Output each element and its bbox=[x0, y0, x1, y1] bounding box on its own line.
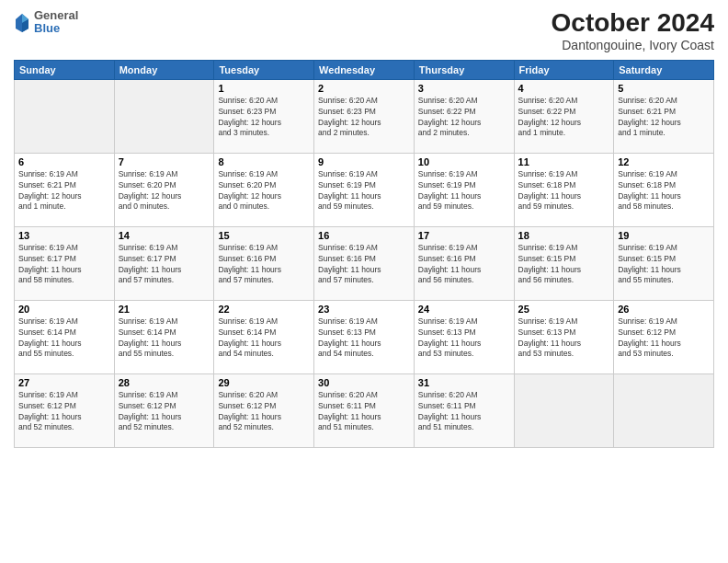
calendar-cell: 24Sunrise: 6:19 AMSunset: 6:13 PMDayligh… bbox=[414, 300, 514, 373]
calendar-cell: 16Sunrise: 6:19 AMSunset: 6:16 PMDayligh… bbox=[314, 226, 415, 300]
day-info: Sunrise: 6:19 AMSunset: 6:14 PMDaylight:… bbox=[18, 316, 110, 361]
header: General Blue October 2024 Dantongouine, … bbox=[14, 9, 714, 52]
logo-text: General Blue bbox=[34, 9, 78, 36]
day-number: 19 bbox=[618, 230, 710, 241]
calendar-cell: 9Sunrise: 6:19 AMSunset: 6:19 PMDaylight… bbox=[314, 153, 415, 226]
day-info: Sunrise: 6:20 AMSunset: 6:12 PMDaylight:… bbox=[218, 390, 310, 434]
calendar-cell: 21Sunrise: 6:19 AMSunset: 6:14 PMDayligh… bbox=[114, 300, 214, 373]
day-header-saturday: Saturday bbox=[614, 60, 714, 79]
day-number: 14 bbox=[119, 230, 210, 241]
day-header-tuesday: Tuesday bbox=[214, 60, 314, 79]
calendar-cell: 26Sunrise: 6:19 AMSunset: 6:12 PMDayligh… bbox=[614, 300, 714, 373]
day-number: 17 bbox=[418, 230, 510, 241]
calendar-cell bbox=[514, 373, 614, 447]
day-info: Sunrise: 6:19 AMSunset: 6:20 PMDaylight:… bbox=[119, 169, 210, 213]
day-number: 31 bbox=[418, 377, 510, 388]
day-info: Sunrise: 6:19 AMSunset: 6:15 PMDaylight:… bbox=[618, 243, 710, 287]
day-number: 1 bbox=[218, 83, 310, 94]
day-info: Sunrise: 6:19 AMSunset: 6:19 PMDaylight:… bbox=[418, 169, 510, 213]
day-number: 11 bbox=[518, 156, 610, 167]
day-number: 9 bbox=[318, 156, 410, 167]
calendar-week-1: 1Sunrise: 6:20 AMSunset: 6:23 PMDaylight… bbox=[15, 79, 714, 153]
calendar-week-3: 13Sunrise: 6:19 AMSunset: 6:17 PMDayligh… bbox=[15, 226, 714, 300]
calendar-cell: 23Sunrise: 6:19 AMSunset: 6:13 PMDayligh… bbox=[314, 300, 415, 373]
calendar-cell: 5Sunrise: 6:20 AMSunset: 6:21 PMDaylight… bbox=[614, 79, 714, 153]
day-number: 24 bbox=[418, 304, 510, 315]
calendar-cell: 2Sunrise: 6:20 AMSunset: 6:23 PMDaylight… bbox=[314, 79, 415, 153]
day-info: Sunrise: 6:19 AMSunset: 6:12 PMDaylight:… bbox=[618, 316, 710, 361]
day-number: 25 bbox=[518, 304, 610, 315]
day-number: 15 bbox=[218, 230, 310, 241]
day-info: Sunrise: 6:19 AMSunset: 6:19 PMDaylight:… bbox=[318, 169, 410, 213]
day-info: Sunrise: 6:19 AMSunset: 6:20 PMDaylight:… bbox=[218, 169, 310, 213]
day-info: Sunrise: 6:19 AMSunset: 6:12 PMDaylight:… bbox=[119, 390, 210, 434]
day-info: Sunrise: 6:20 AMSunset: 6:21 PMDaylight:… bbox=[618, 96, 710, 140]
calendar-cell: 1Sunrise: 6:20 AMSunset: 6:23 PMDaylight… bbox=[214, 79, 314, 153]
calendar-week-2: 6Sunrise: 6:19 AMSunset: 6:21 PMDaylight… bbox=[15, 153, 714, 226]
day-number: 30 bbox=[318, 377, 410, 388]
day-number: 13 bbox=[18, 230, 110, 241]
day-number: 27 bbox=[18, 377, 110, 388]
day-number: 18 bbox=[518, 230, 610, 241]
day-info: Sunrise: 6:20 AMSunset: 6:23 PMDaylight:… bbox=[318, 96, 410, 140]
calendar-cell: 19Sunrise: 6:19 AMSunset: 6:15 PMDayligh… bbox=[614, 226, 714, 300]
calendar-cell: 27Sunrise: 6:19 AMSunset: 6:12 PMDayligh… bbox=[15, 373, 115, 447]
day-number: 10 bbox=[418, 156, 510, 167]
calendar-cell: 4Sunrise: 6:20 AMSunset: 6:22 PMDaylight… bbox=[514, 79, 614, 153]
calendar-cell: 22Sunrise: 6:19 AMSunset: 6:14 PMDayligh… bbox=[214, 300, 314, 373]
day-info: Sunrise: 6:19 AMSunset: 6:17 PMDaylight:… bbox=[119, 243, 210, 287]
day-number: 8 bbox=[218, 156, 310, 167]
logo-line1: General bbox=[34, 9, 78, 22]
day-number: 28 bbox=[119, 377, 210, 388]
calendar-week-5: 27Sunrise: 6:19 AMSunset: 6:12 PMDayligh… bbox=[15, 373, 714, 447]
day-info: Sunrise: 6:19 AMSunset: 6:18 PMDaylight:… bbox=[618, 169, 710, 213]
day-info: Sunrise: 6:20 AMSunset: 6:11 PMDaylight:… bbox=[418, 390, 510, 434]
day-info: Sunrise: 6:20 AMSunset: 6:22 PMDaylight:… bbox=[518, 96, 610, 140]
day-number: 2 bbox=[318, 83, 410, 94]
calendar-cell: 11Sunrise: 6:19 AMSunset: 6:18 PMDayligh… bbox=[514, 153, 614, 226]
day-info: Sunrise: 6:19 AMSunset: 6:18 PMDaylight:… bbox=[518, 169, 610, 213]
day-number: 20 bbox=[18, 304, 110, 315]
calendar-cell bbox=[15, 79, 115, 153]
location-subtitle: Dantongouine, Ivory Coast bbox=[552, 38, 714, 52]
day-info: Sunrise: 6:19 AMSunset: 6:14 PMDaylight:… bbox=[119, 316, 210, 361]
calendar-cell: 14Sunrise: 6:19 AMSunset: 6:17 PMDayligh… bbox=[114, 226, 214, 300]
calendar-cell: 15Sunrise: 6:19 AMSunset: 6:16 PMDayligh… bbox=[214, 226, 314, 300]
day-number: 23 bbox=[318, 304, 410, 315]
day-number: 12 bbox=[618, 156, 710, 167]
day-info: Sunrise: 6:19 AMSunset: 6:13 PMDaylight:… bbox=[318, 316, 410, 361]
day-number: 21 bbox=[119, 304, 210, 315]
day-header-sunday: Sunday bbox=[15, 60, 115, 79]
day-info: Sunrise: 6:19 AMSunset: 6:13 PMDaylight:… bbox=[518, 316, 610, 361]
day-info: Sunrise: 6:20 AMSunset: 6:22 PMDaylight:… bbox=[418, 96, 510, 140]
logo-icon bbox=[14, 12, 30, 32]
day-info: Sunrise: 6:19 AMSunset: 6:17 PMDaylight:… bbox=[18, 243, 110, 287]
day-header-thursday: Thursday bbox=[414, 60, 514, 79]
title-area: October 2024 Dantongouine, Ivory Coast bbox=[552, 9, 714, 52]
day-header-friday: Friday bbox=[514, 60, 614, 79]
calendar-cell: 7Sunrise: 6:19 AMSunset: 6:20 PMDaylight… bbox=[114, 153, 214, 226]
calendar-cell: 13Sunrise: 6:19 AMSunset: 6:17 PMDayligh… bbox=[15, 226, 115, 300]
calendar-cell: 3Sunrise: 6:20 AMSunset: 6:22 PMDaylight… bbox=[414, 79, 514, 153]
calendar-cell: 25Sunrise: 6:19 AMSunset: 6:13 PMDayligh… bbox=[514, 300, 614, 373]
calendar-cell bbox=[114, 79, 214, 153]
logo: General Blue bbox=[14, 9, 78, 36]
day-info: Sunrise: 6:19 AMSunset: 6:21 PMDaylight:… bbox=[18, 169, 110, 213]
day-number: 26 bbox=[618, 304, 710, 315]
day-number: 3 bbox=[418, 83, 510, 94]
calendar-cell: 6Sunrise: 6:19 AMSunset: 6:21 PMDaylight… bbox=[15, 153, 115, 226]
day-info: Sunrise: 6:19 AMSunset: 6:13 PMDaylight:… bbox=[418, 316, 510, 361]
calendar-cell: 31Sunrise: 6:20 AMSunset: 6:11 PMDayligh… bbox=[414, 373, 514, 447]
day-header-monday: Monday bbox=[114, 60, 214, 79]
calendar-cell: 8Sunrise: 6:19 AMSunset: 6:20 PMDaylight… bbox=[214, 153, 314, 226]
day-info: Sunrise: 6:19 AMSunset: 6:12 PMDaylight:… bbox=[18, 390, 110, 434]
day-number: 22 bbox=[218, 304, 310, 315]
day-number: 29 bbox=[218, 377, 310, 388]
day-info: Sunrise: 6:19 AMSunset: 6:15 PMDaylight:… bbox=[518, 243, 610, 287]
month-title: October 2024 bbox=[552, 9, 714, 38]
calendar-cell: 12Sunrise: 6:19 AMSunset: 6:18 PMDayligh… bbox=[614, 153, 714, 226]
calendar-header: SundayMondayTuesdayWednesdayThursdayFrid… bbox=[15, 60, 714, 79]
day-info: Sunrise: 6:19 AMSunset: 6:16 PMDaylight:… bbox=[418, 243, 510, 287]
day-number: 16 bbox=[318, 230, 410, 241]
calendar: SundayMondayTuesdayWednesdayThursdayFrid… bbox=[14, 60, 714, 448]
